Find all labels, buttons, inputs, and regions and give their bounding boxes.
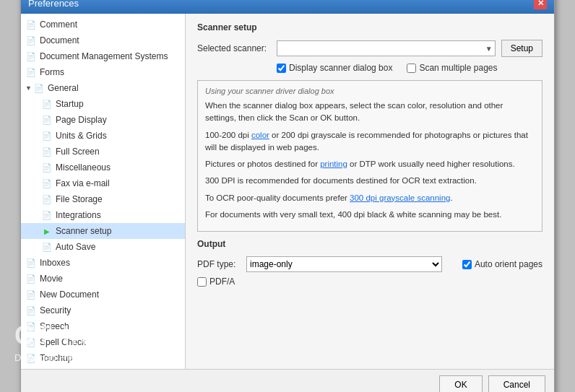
doc-icon — [41, 178, 53, 189]
doc-icon — [41, 162, 53, 173]
dialog-body: Comment Document Document Management Sys… — [21, 14, 554, 369]
info-text-1: When the scanner dialog box appears, sel… — [205, 100, 535, 125]
sidebar-item-page-display[interactable]: Page Display — [21, 112, 185, 128]
auto-orient-checkbox[interactable] — [462, 260, 472, 269]
doc-icon — [25, 352, 37, 364]
sidebar-item-file-storage[interactable]: File Storage — [21, 191, 185, 207]
doc-icon — [25, 289, 37, 300]
doc-icon — [25, 66, 37, 78]
scanner-select[interactable] — [277, 40, 496, 56]
doc-icon — [33, 82, 45, 94]
sidebar-item-full-screen[interactable]: Full Screen — [21, 144, 185, 160]
scanner-row: Selected scanner: ▼ Setup — [197, 40, 542, 57]
pdfa-row: PDF/A — [197, 276, 542, 287]
sidebar-item-integrations[interactable]: Integrations — [21, 207, 185, 223]
selected-scanner-label: Selected scanner: — [197, 43, 277, 53]
pdfa-checkbox[interactable] — [197, 277, 207, 287]
doc-icon — [25, 19, 37, 30]
doc-icon — [41, 209, 53, 221]
doc-icon — [41, 193, 53, 205]
sidebar: Comment Document Document Management Sys… — [21, 14, 186, 369]
sidebar-item-inboxes[interactable]: Inboxes — [21, 255, 185, 271]
doc-icon — [25, 305, 37, 316]
info-text-6: For documents with very small text, 400 … — [205, 209, 535, 221]
sidebar-item-miscellaneous[interactable]: Miscellaneous — [21, 160, 185, 175]
expand-icon: ▼ — [25, 84, 32, 92]
content-panel: Scanner setup Selected scanner: ▼ Setup … — [186, 14, 554, 369]
sidebar-item-new-document[interactable]: New Document — [21, 287, 185, 302]
output-title: Output — [197, 239, 542, 249]
info-text-4: 300 DPI is recommended for documents des… — [205, 175, 535, 187]
close-button[interactable]: ✕ — [534, 0, 547, 9]
doc-icon — [25, 35, 37, 46]
doc-icon — [25, 257, 37, 269]
doc-icon — [41, 130, 53, 141]
doc-icon — [41, 146, 53, 157]
auto-orient-label: Auto orient pages — [462, 259, 542, 269]
scan-multiple-label: Scan multiple pages — [407, 63, 497, 73]
doc-icon — [25, 336, 37, 348]
cancel-button[interactable]: Cancel — [488, 375, 545, 392]
checkbox-row: Display scanner dialog box Scan multiple… — [197, 63, 542, 73]
sidebar-item-auto-save[interactable]: Auto Save — [21, 239, 185, 255]
sidebar-item-forms[interactable]: Forms — [21, 64, 185, 80]
pdf-type-row: PDF type: image-only searchable PDF/A Au… — [197, 256, 542, 272]
output-section: Output PDF type: image-only searchable P… — [197, 239, 542, 287]
info-text-5: To OCR poor-quality documents prefer 300… — [205, 192, 535, 204]
sidebar-item-movie[interactable]: Movie — [21, 271, 185, 287]
using-dialog-title: Using your scanner driver dialog box — [205, 87, 535, 95]
sidebar-item-document[interactable]: Document — [21, 32, 185, 48]
preferences-dialog: Preferences ✕ Comment Document Document … — [20, 0, 555, 392]
info-text-3: Pictures or photos destined for printing… — [205, 158, 535, 170]
pdf-type-select[interactable]: image-only searchable PDF/A — [246, 256, 442, 272]
sidebar-item-docmgmt[interactable]: Document Management Systems — [21, 48, 185, 64]
display-dialog-checkbox[interactable] — [277, 64, 286, 73]
scan-multiple-checkbox[interactable] — [407, 64, 416, 73]
using-dialog-box: Using your scanner driver dialog box Whe… — [197, 80, 542, 232]
doc-icon — [41, 98, 53, 110]
doc-icon — [41, 114, 53, 126]
sidebar-item-speech[interactable]: Speech — [21, 318, 185, 334]
info-text-2: 100-200 dpi color or 200 dpi grayscale i… — [205, 129, 535, 154]
sidebar-item-touchup[interactable]: Touchup — [21, 350, 185, 366]
dialog-footer: OK Cancel — [21, 369, 554, 392]
green-arrow-icon — [41, 225, 53, 237]
pdf-type-select-wrapper: image-only searchable PDF/A — [246, 256, 442, 272]
sidebar-item-units-grids[interactable]: Units & Grids — [21, 128, 185, 144]
sidebar-item-scanner-setup[interactable]: Scanner setup — [21, 223, 185, 239]
display-dialog-label: Display scanner dialog box — [277, 63, 392, 73]
scanner-select-wrapper: ▼ — [277, 40, 496, 56]
doc-icon — [25, 321, 37, 332]
doc-icon — [25, 51, 37, 62]
doc-icon — [41, 241, 53, 253]
sidebar-item-fax[interactable]: Fax via e-mail — [21, 175, 185, 191]
scanner-setup-title: Scanner setup — [197, 22, 542, 32]
title-bar: Preferences ✕ — [21, 0, 554, 14]
sidebar-item-spell-check[interactable]: Spell Check — [21, 334, 185, 350]
sidebar-item-general[interactable]: ▼ General — [21, 80, 185, 96]
pdf-type-label: PDF type: — [197, 259, 241, 269]
ok-button[interactable]: OK — [439, 375, 482, 392]
sidebar-item-comment[interactable]: Comment — [21, 17, 185, 32]
sidebar-item-security[interactable]: Security — [21, 302, 185, 318]
sidebar-item-startup[interactable]: Startup — [21, 96, 185, 112]
dialog-title: Preferences — [28, 0, 79, 9]
setup-button[interactable]: Setup — [501, 40, 542, 57]
doc-icon — [25, 273, 37, 284]
